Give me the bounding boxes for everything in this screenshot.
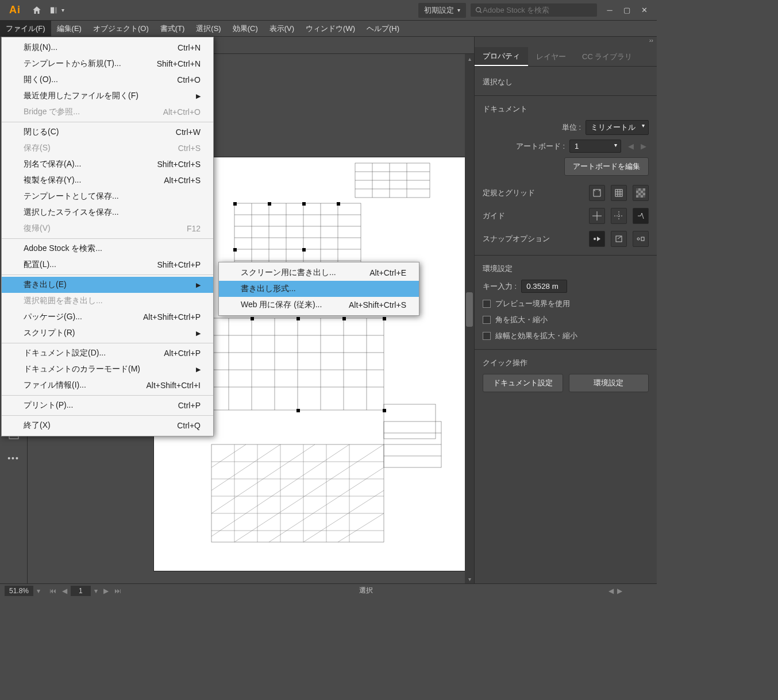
nav-prev-icon[interactable]: ◀ — [60, 587, 70, 595]
svg-rect-0 — [51, 7, 54, 13]
file-menu-item-1[interactable]: テンプレートから新規(T)...Shift+Ctrl+N — [2, 56, 213, 72]
scrollbar-vertical[interactable]: ▴▾ — [465, 54, 474, 583]
svg-rect-77 — [383, 409, 386, 412]
menu-help[interactable]: ヘルプ(H) — [361, 21, 405, 36]
key-input-field[interactable] — [521, 280, 567, 293]
file-menu-item-22[interactable]: ドキュメント設定(D)...Alt+Ctrl+P — [2, 345, 213, 361]
file-menu-item-20[interactable]: スクリプト(R)▶ — [2, 325, 213, 341]
submenu-arrow-icon: ▶ — [196, 366, 201, 373]
export-submenu-item-2[interactable]: Web 用に保存 (従来)...Alt+Shift+Ctrl+S — [219, 297, 419, 313]
file-menu-item-8[interactable]: 別名で保存(A)...Shift+Ctrl+S — [2, 156, 213, 172]
guide-lock-icon[interactable] — [611, 208, 627, 224]
smart-guide-icon[interactable] — [633, 208, 649, 224]
menu-effect[interactable]: 効果(C) — [227, 21, 264, 36]
checkbox-preview-bounds[interactable]: プレビュー境界を使用 — [483, 299, 649, 309]
snap-point-icon[interactable] — [589, 231, 605, 247]
svg-rect-99 — [641, 237, 644, 241]
artboard-next-icon[interactable]: ▶ — [638, 142, 649, 150]
guide-show-icon[interactable] — [589, 208, 605, 224]
svg-rect-86 — [638, 191, 641, 193]
snap-label: スナップオプション — [483, 234, 583, 244]
panel-tabs: プロパティ レイヤー CC ライブラリ — [475, 47, 657, 67]
svg-rect-74 — [383, 317, 386, 320]
snap-pixel-icon[interactable] — [611, 231, 627, 247]
menu-select[interactable]: 選択(S) — [190, 21, 226, 36]
file-menu-item-10[interactable]: テンプレートとして保存... — [2, 188, 213, 204]
zoom-level[interactable]: 51.8% — [5, 586, 33, 596]
svg-rect-67 — [233, 248, 237, 252]
menu-view[interactable]: 表示(V) — [264, 21, 300, 36]
tab-cc-libraries[interactable]: CC ライブラリ — [574, 47, 640, 66]
menu-type[interactable]: 書式(T) — [155, 21, 191, 36]
file-menu-item-14[interactable]: Adobe Stock を検索... — [2, 241, 213, 257]
artboard-select[interactable]: 1 — [569, 140, 621, 153]
svg-point-2 — [476, 7, 481, 12]
file-menu-item-23[interactable]: ドキュメントのカラーモード(M)▶ — [2, 361, 213, 377]
file-menu-item-18: 選択範囲を書き出し... — [2, 293, 213, 309]
file-menu-popup: 新規(N)...Ctrl+Nテンプレートから新規(T)...Shift+Ctrl… — [1, 37, 214, 436]
ruler-icon[interactable] — [589, 185, 605, 201]
file-menu-item-15[interactable]: 配置(L)...Shift+Ctrl+P — [2, 257, 213, 273]
artboard-prev-icon[interactable]: ◀ — [626, 142, 636, 150]
edit-artboard-button[interactable]: アートボードを編集 — [564, 157, 649, 176]
svg-rect-1 — [55, 7, 57, 13]
file-menu-item-17[interactable]: 書き出し(E)▶ — [2, 277, 213, 293]
file-menu-item-19[interactable]: パッケージ(G)...Alt+Shift+Ctrl+P — [2, 309, 213, 325]
export-submenu-item-1[interactable]: 書き出し形式... — [219, 281, 419, 297]
file-menu-item-9[interactable]: 複製を保存(Y)...Alt+Ctrl+S — [2, 172, 213, 188]
svg-point-96 — [594, 238, 596, 240]
file-menu-item-26[interactable]: プリント(P)...Ctrl+P — [2, 397, 213, 413]
zoom-chevron-icon[interactable]: ▾ — [33, 587, 44, 595]
transparency-grid-icon[interactable] — [633, 185, 649, 201]
doc-settings-button[interactable]: ドキュメント設定 — [483, 374, 563, 392]
file-menu-item-6[interactable]: 閉じる(C)Ctrl+W — [2, 124, 213, 140]
file-menu-item-2[interactable]: 開く(O)...Ctrl+O — [2, 72, 213, 88]
snap-grid-icon[interactable] — [633, 231, 649, 247]
svg-rect-89 — [641, 193, 643, 195]
svg-line-3 — [480, 11, 482, 13]
file-menu-item-12: 復帰(V)F12 — [2, 221, 213, 237]
file-menu-item-0[interactable]: 新規(N)...Ctrl+N — [2, 40, 213, 56]
tab-properties[interactable]: プロパティ — [475, 47, 528, 66]
status-scroll-right-icon[interactable]: ▶ — [617, 587, 622, 595]
checkbox-scale-strokes[interactable]: 線幅と効果を拡大・縮小 — [483, 331, 649, 341]
search-box[interactable] — [471, 3, 597, 17]
svg-rect-87 — [643, 191, 645, 193]
document-section-label: ドキュメント — [483, 104, 649, 114]
grid-icon[interactable] — [611, 185, 627, 201]
tab-layers[interactable]: レイヤー — [528, 47, 574, 66]
svg-rect-65 — [302, 202, 306, 206]
file-menu-item-11[interactable]: 選択したスライスを保存... — [2, 204, 213, 221]
page-chevron-icon[interactable]: ▾ — [92, 587, 100, 595]
menu-edit[interactable]: 編集(E) — [51, 21, 87, 36]
search-input[interactable] — [483, 6, 592, 14]
page-number[interactable]: 1 — [71, 586, 91, 596]
tool-more-icon[interactable]: ••• — [6, 450, 22, 466]
file-menu-item-24[interactable]: ファイル情報(I)...Alt+Shift+Ctrl+I — [2, 377, 213, 393]
prefs-button[interactable]: 環境設定 — [569, 374, 649, 392]
file-menu-item-3[interactable]: 最近使用したファイルを開く(F)▶ — [2, 88, 213, 104]
menu-file[interactable]: ファイル(F) — [0, 21, 51, 36]
minimize-icon[interactable]: ─ — [602, 3, 618, 17]
close-icon[interactable]: ✕ — [636, 3, 652, 17]
svg-rect-66 — [337, 202, 340, 206]
statusbar: 51.8% ▾ ⏮ ◀ 1 ▾ ▶ ⏭ 選択 ◀ ▶ — [0, 583, 657, 597]
file-menu-item-28[interactable]: 終了(X)Ctrl+Q — [2, 417, 213, 434]
svg-line-58 — [338, 513, 384, 542]
unit-label: 単位 : — [562, 122, 581, 133]
checkbox-scale-corners[interactable]: 角を拡大・縮小 — [483, 315, 649, 325]
nav-last-icon[interactable]: ⏭ — [112, 587, 124, 595]
maximize-icon[interactable]: ▢ — [619, 3, 635, 17]
svg-rect-78 — [615, 189, 622, 196]
export-submenu-item-0[interactable]: スクリーン用に書き出し...Alt+Ctrl+E — [219, 265, 419, 281]
panel-expand-icon[interactable]: ›› — [475, 37, 657, 47]
menu-object[interactable]: オブジェクト(O) — [87, 21, 155, 36]
unit-select[interactable]: ミリメートル — [586, 120, 649, 135]
workspace-dropdown[interactable]: 初期設定▾ — [418, 3, 466, 18]
nav-next-icon[interactable]: ▶ — [101, 587, 111, 595]
nav-first-icon[interactable]: ⏮ — [47, 587, 59, 595]
menu-window[interactable]: ウィンドウ(W) — [300, 21, 361, 36]
view-switcher-icon[interactable]: ▾ — [51, 3, 64, 17]
status-scroll-left-icon[interactable]: ◀ — [608, 587, 614, 595]
home-icon[interactable] — [30, 3, 44, 17]
